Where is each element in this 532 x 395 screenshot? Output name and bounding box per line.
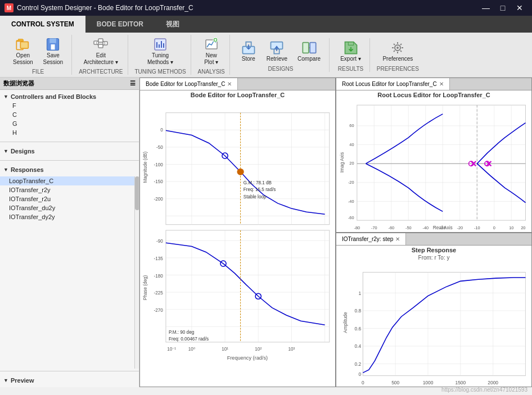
open-session-button[interactable]: OpenSession xyxy=(9,35,37,67)
bode-plot-title: Bode Editor for LoopTransfer_C xyxy=(140,90,335,99)
response-item-io-r2y[interactable]: IOTransfer_r2y xyxy=(0,185,139,194)
svg-text:10⁰: 10⁰ xyxy=(188,347,195,352)
svg-text:0.2: 0.2 xyxy=(354,361,361,366)
toolbar-group-results: Export ▾ RESULTS xyxy=(332,38,370,72)
tuning-group-label: TUNING METHODS xyxy=(135,67,186,75)
svg-text:P.M.: 90 deg: P.M.: 90 deg xyxy=(169,330,195,335)
open-icon xyxy=(15,37,31,52)
step-tab-close[interactable]: ✕ xyxy=(395,236,400,242)
bode-tab[interactable]: Bode Editor for LoopTransfer_C ✕ xyxy=(140,78,238,90)
svg-text:Phase (deg): Phase (deg) xyxy=(143,275,148,300)
response-item-io-r2u[interactable]: IOTransfer_r2u xyxy=(0,194,139,203)
svg-text:Freq: 0.00467 rad/s: Freq: 0.00467 rad/s xyxy=(169,337,209,342)
minimize-button[interactable]: — xyxy=(478,2,494,14)
store-label: Store xyxy=(242,56,255,62)
toolbar-group-preferences: Preferences PREFERENCES xyxy=(372,38,423,72)
svg-text:-40: -40 xyxy=(422,225,429,230)
toolbar: OpenSession SaveSession FILE xyxy=(0,33,532,78)
controller-item-h[interactable]: H xyxy=(3,128,136,137)
store-button[interactable]: Store xyxy=(237,38,260,64)
compare-icon xyxy=(301,40,317,56)
scrollbar[interactable] xyxy=(134,176,139,369)
controllers-title[interactable]: Controllers and Fixed Blocks xyxy=(3,92,136,101)
response-item-io-dy2y[interactable]: IOTransfer_dy2y xyxy=(0,212,139,221)
root-locus-tab-close[interactable]: ✕ xyxy=(439,81,444,87)
window-controls: — □ ✕ xyxy=(478,2,528,14)
controllers-section: Controllers and Fixed Blocks F C G H xyxy=(0,90,139,139)
tab-control-system[interactable]: CONTROL SYSTEM xyxy=(0,16,85,33)
tuning-methods-label: TuningMethods ▾ xyxy=(147,52,173,66)
svg-line-42 xyxy=(394,51,395,52)
svg-rect-43 xyxy=(166,113,330,225)
svg-text:-70: -70 xyxy=(371,225,377,230)
response-item-loop-transfer-c[interactable]: LoopTransfer_C xyxy=(0,176,139,185)
bode-tab-close[interactable]: ✕ xyxy=(227,81,232,87)
analysis-buttons: NewPlot ▾ xyxy=(200,35,223,67)
save-icon xyxy=(45,37,61,52)
new-plot-button[interactable]: NewPlot ▾ xyxy=(200,35,223,67)
controller-item-c[interactable]: C xyxy=(3,110,136,119)
svg-text:Frequency (rad/s): Frequency (rad/s) xyxy=(227,355,268,361)
root-locus-panel: Root Locus Editor for LoopTransfer_C ✕ R… xyxy=(336,78,532,233)
svg-text:10³: 10³ xyxy=(288,347,295,352)
controller-item-f[interactable]: F xyxy=(3,101,136,110)
scrollbar-thumb[interactable] xyxy=(135,176,139,210)
responses-title[interactable]: Responses xyxy=(3,165,136,174)
responses-list: LoopTransfer_C IOTransfer_r2y IOTransfer… xyxy=(0,176,139,369)
step-response-content: Step Response From: r To: y xyxy=(336,246,531,387)
analysis-group-label: ANALYSIS xyxy=(198,67,225,75)
toolbar-group-architecture: EditArchitecture ▾ ARCHITECTURE xyxy=(74,35,128,75)
svg-text:10: 10 xyxy=(509,225,513,230)
preferences-label: Preferences xyxy=(382,56,413,62)
divider-3 xyxy=(0,371,139,371)
svg-text:40: 40 xyxy=(349,142,354,147)
tuning-methods-button[interactable]: TuningMethods ▾ xyxy=(143,35,177,67)
export-button[interactable]: Export ▾ xyxy=(336,38,365,64)
export-label: Export ▾ xyxy=(340,56,361,62)
preview-title[interactable]: Preview xyxy=(3,376,136,385)
close-button[interactable]: ✕ xyxy=(512,2,528,14)
step-tab-bar: IOTransfer_r2y: step ✕ xyxy=(336,233,531,246)
panel-menu-icon[interactable]: ☰ xyxy=(130,80,136,87)
tuning-buttons: TuningMethods ▾ xyxy=(143,35,177,67)
save-session-button[interactable]: SaveSession xyxy=(39,35,67,67)
designs-group-label: DESIGNS xyxy=(268,65,293,72)
svg-point-63 xyxy=(237,169,244,175)
compare-button[interactable]: Compare xyxy=(294,38,324,64)
svg-text:-60: -60 xyxy=(348,215,354,220)
svg-text:-20: -20 xyxy=(348,180,354,185)
bode-svg: 0 -50 -100 -150 -200 Magnitude (dB) G.M.… xyxy=(140,99,335,387)
retrieve-label: Retrieve xyxy=(267,56,287,62)
edit-architecture-button[interactable]: EditArchitecture ▾ xyxy=(80,35,122,67)
svg-text:0.4: 0.4 xyxy=(354,343,361,349)
new-plot-icon xyxy=(204,37,219,52)
tab-view[interactable]: 视图 xyxy=(155,16,191,33)
tab-bode-editor[interactable]: BODE EDITOR xyxy=(85,16,155,33)
svg-text:-30: -30 xyxy=(440,225,446,230)
maximize-button[interactable]: □ xyxy=(495,2,511,14)
response-item-io-du2y[interactable]: IOTransfer_du2y xyxy=(0,203,139,212)
compare-label: Compare xyxy=(297,56,321,62)
panel-header: 数据浏览器 ☰ xyxy=(0,78,139,90)
svg-rect-8 xyxy=(98,44,103,48)
preferences-group-label: PREFERENCES xyxy=(377,65,419,72)
controller-item-g[interactable]: G xyxy=(3,119,136,128)
svg-text:500: 500 xyxy=(391,380,399,385)
svg-text:0: 0 xyxy=(493,225,495,230)
step-tab[interactable]: IOTransfer_r2y: step ✕ xyxy=(336,233,406,245)
matlab-icon: M xyxy=(4,3,13,12)
svg-text:10⁻¹: 10⁻¹ xyxy=(167,347,176,352)
root-locus-tab[interactable]: Root Locus Editor for LoopTransfer_C ✕ xyxy=(336,78,450,90)
toolbar-group-tuning: TuningMethods ▾ TUNING METHODS xyxy=(130,35,191,75)
svg-text:20: 20 xyxy=(349,161,354,166)
svg-text:-20: -20 xyxy=(457,225,463,230)
step-tab-label: IOTransfer_r2y: step xyxy=(342,236,393,242)
designs-title[interactable]: Designs xyxy=(3,147,136,156)
preferences-button[interactable]: Preferences xyxy=(378,38,417,64)
svg-text:10²: 10² xyxy=(255,347,262,352)
retrieve-button[interactable]: Retrieve xyxy=(263,38,291,64)
file-buttons: OpenSession SaveSession xyxy=(9,35,67,67)
results-group-label: RESULTS xyxy=(338,65,363,72)
svg-text:1: 1 xyxy=(358,290,361,296)
step-response-subtitle: From: r To: y xyxy=(336,255,531,261)
